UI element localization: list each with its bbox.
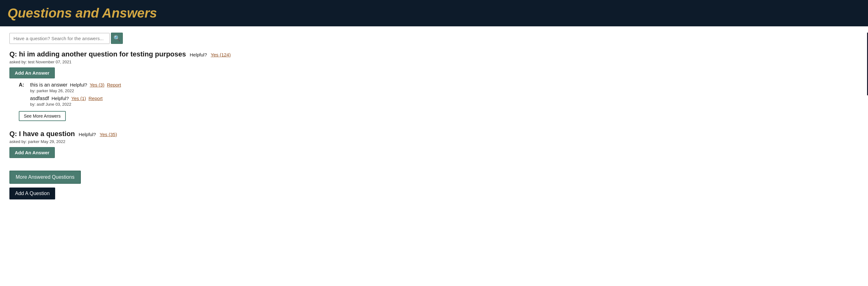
answer-report-link-1-2[interactable]: Report (89, 96, 103, 101)
answer-helpful-label-1-1: Helpful? (70, 82, 87, 87)
helpful-label-1: Helpful? (190, 52, 207, 57)
helpful-label-2: Helpful? (79, 132, 96, 137)
helpful-link-1[interactable]: Yes (124) (211, 52, 231, 57)
add-answer-button-1[interactable]: Add An Answer (9, 67, 55, 78)
search-bar-row: 🔍 (9, 33, 859, 44)
question-title-row-2: Q: I have a question Helpful? Yes (35) (9, 130, 859, 138)
question-block-1: Q: hi im adding another question for tes… (9, 50, 859, 121)
question-prefix-1: Q: (9, 50, 19, 58)
answer-row-1-1: A: this is an answer Helpful? Yes (3) Re… (19, 82, 859, 88)
answer-text-1-2: asdfasdf (30, 96, 49, 101)
add-answer-button-2[interactable]: Add An Answer (9, 147, 55, 158)
more-answered-questions-button[interactable]: More Answered Questions (9, 171, 81, 184)
question-title-row-1: Q: hi im adding another question for tes… (9, 50, 859, 58)
question-text-1: Q: hi im adding another question for tes… (9, 50, 186, 58)
question-text-2: Q: I have a question (9, 130, 75, 138)
question-prefix-2: Q: (9, 130, 19, 138)
answer-helpful-link-1-1[interactable]: Yes (3) (90, 82, 104, 87)
add-question-button[interactable]: Add A Question (9, 188, 55, 199)
see-more-answers-button-1[interactable]: See More Answers (19, 111, 66, 121)
answer-row-1-2: asdfasdf Helpful? Yes (1) Report (19, 96, 859, 101)
question-body-2: I have a question (19, 130, 75, 138)
answer-meta-1-2: by: asdf June 03, 2022 (30, 102, 859, 107)
answer-meta-1-1: by: parker May 26, 2022 (30, 88, 859, 93)
answer-text-1-1: this is an answer (30, 82, 67, 88)
answers-section-1: A: this is an answer Helpful? Yes (3) Re… (19, 82, 859, 121)
bottom-buttons: More Answered Questions Add A Question (9, 171, 859, 199)
answer-report-link-1-1[interactable]: Report (107, 82, 121, 87)
search-input[interactable] (9, 33, 110, 44)
helpful-link-2[interactable]: Yes (35) (100, 132, 117, 137)
answer-helpful-link-1-2[interactable]: Yes (1) (71, 96, 86, 101)
main-content: 🔍 Q: hi im adding another question for t… (0, 26, 868, 206)
asked-by-1: asked by: test November 07, 2021 (9, 60, 859, 64)
question-block-2: Q: I have a question Helpful? Yes (35) a… (9, 130, 859, 162)
header: Questions and Answers (0, 0, 868, 26)
search-button[interactable]: 🔍 (111, 33, 123, 44)
asked-by-2: asked by: parker May 29, 2022 (9, 139, 859, 144)
answer-helpful-label-1-2: Helpful? (52, 96, 69, 101)
page-title: Questions and Answers (7, 6, 157, 20)
search-icon: 🔍 (114, 35, 120, 42)
question-body-1: hi im adding another question for testin… (19, 50, 186, 58)
answer-label-1-1: A: (19, 82, 28, 88)
